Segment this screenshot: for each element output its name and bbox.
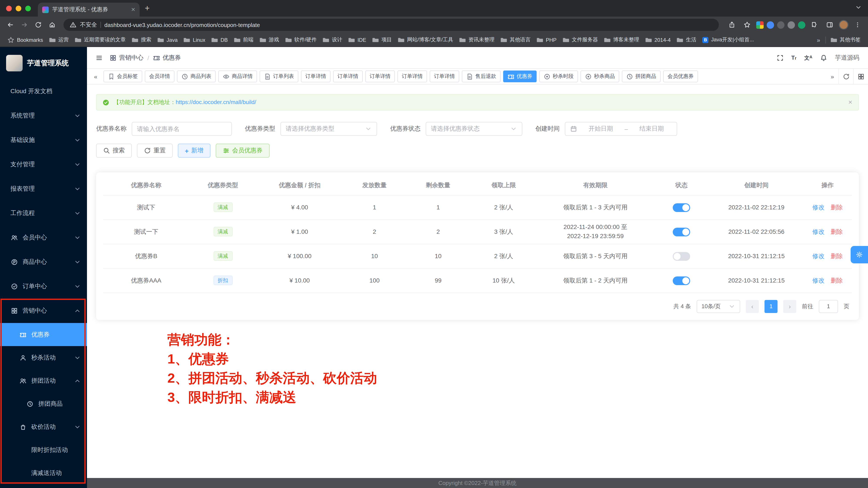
settings-gear-button[interactable] xyxy=(850,246,868,263)
notifications-button[interactable] xyxy=(820,54,827,61)
tagview-tab[interactable]: 订单详情 xyxy=(333,70,363,82)
edit-link[interactable]: 修改 xyxy=(812,252,825,259)
tagview-tab[interactable]: 会员标签 xyxy=(103,70,142,82)
tagview-tab[interactable]: 秒杀商品 xyxy=(581,70,619,82)
sidebar-item-combination[interactable]: 拼团活动 xyxy=(0,369,87,392)
status-toggle[interactable] xyxy=(673,203,690,212)
tagview-tab[interactable]: 优惠券 xyxy=(503,70,537,82)
breadcrumb-promotion[interactable]: 营销中心 xyxy=(110,54,144,62)
status-toggle[interactable] xyxy=(673,227,690,236)
share-icon[interactable] xyxy=(726,19,738,31)
window-minimize-button[interactable] xyxy=(16,5,21,11)
extension-icon[interactable] xyxy=(787,21,795,29)
tagview-tab[interactable]: 订单详情 xyxy=(430,70,459,82)
bookmark-item[interactable]: 游戏 xyxy=(256,35,282,45)
edit-link[interactable]: 修改 xyxy=(812,277,825,284)
bookmark-item[interactable]: 博客未整理 xyxy=(601,35,642,45)
bookmark-item[interactable]: IDE xyxy=(345,35,369,45)
sidebar-item-payment[interactable]: 支付管理 xyxy=(0,152,87,177)
current-page-button[interactable]: 1 xyxy=(765,300,778,313)
sidebar-item-seckill[interactable]: 秒杀活动 xyxy=(0,346,87,369)
bookmark-item[interactable]: 前端 xyxy=(231,35,256,45)
bookmark-item[interactable]: 近期需要读的文章 xyxy=(72,35,129,45)
window-zoom-button[interactable] xyxy=(25,5,31,11)
tagview-tab[interactable]: 商品列表 xyxy=(177,70,216,82)
bookmark-item[interactable]: 资讯未整理 xyxy=(456,35,497,45)
browser-tab[interactable]: 芋道管理系统 - 优惠券 × xyxy=(38,3,140,17)
sidebar-item-combination-product[interactable]: 拼团商品 xyxy=(0,392,87,415)
prev-page-button[interactable]: ‹ xyxy=(746,300,759,313)
reset-button[interactable]: 重置 xyxy=(137,144,173,157)
tags-scroll-left-button[interactable]: « xyxy=(90,73,102,80)
sidebar-item-system[interactable]: 系统管理 xyxy=(0,104,87,128)
tagview-tab[interactable]: 订单详情 xyxy=(365,70,395,82)
bookmark-item[interactable]: 其他语言 xyxy=(497,35,534,45)
tags-refresh-button[interactable] xyxy=(838,68,853,84)
sidebar-item-cloud-docs[interactable]: Cloud 开发文档 xyxy=(0,79,87,104)
profile-avatar[interactable] xyxy=(839,20,848,30)
tags-layout-button[interactable] xyxy=(853,68,868,84)
bookmark-item[interactable]: 2014-4 xyxy=(642,35,674,45)
tags-scroll-right-button[interactable]: » xyxy=(826,73,838,80)
delete-link[interactable]: 删除 xyxy=(831,252,843,259)
tagview-tab[interactable]: 订单详情 xyxy=(301,70,331,82)
bookmark-star-icon[interactable] xyxy=(741,19,753,31)
edit-link[interactable]: 修改 xyxy=(812,228,825,235)
extension-icon[interactable] xyxy=(756,21,764,29)
bookmark-item[interactable]: 文件服务器 xyxy=(560,35,601,45)
bookmark-item[interactable]: 搜索 xyxy=(129,35,154,45)
member-coupon-button[interactable]: 会员优惠券 xyxy=(216,144,270,157)
delete-link[interactable]: 删除 xyxy=(831,277,843,284)
page-size-select[interactable]: 10条/页 xyxy=(697,300,740,313)
created-date-range[interactable]: 开始日期 – 结束日期 xyxy=(565,122,677,136)
sidebar-item-workflow[interactable]: 工作流程 xyxy=(0,201,87,226)
sidebar-item-promotion-center[interactable]: 营销中心 xyxy=(0,298,87,323)
tagview-tab[interactable]: 售后退款 xyxy=(462,70,500,82)
goto-page-input[interactable] xyxy=(819,300,838,313)
home-button[interactable] xyxy=(46,19,58,31)
bookmark-item[interactable]: 项目 xyxy=(369,35,395,45)
notice-close-icon[interactable]: × xyxy=(848,99,852,106)
bookmark-item[interactable]: DB xyxy=(208,35,231,45)
username[interactable]: 芋道源码 xyxy=(835,54,859,62)
sidebar-collapse-button[interactable] xyxy=(96,54,103,61)
window-close-button[interactable] xyxy=(6,5,12,11)
bookmark-item[interactable]: Linux xyxy=(181,35,208,45)
delete-link[interactable]: 删除 xyxy=(831,228,843,235)
sidebar-item-discount-activity[interactable]: 限时折扣活动 xyxy=(0,438,87,461)
sidebar-item-coupon[interactable]: 优惠券 xyxy=(0,323,87,346)
forward-button[interactable] xyxy=(18,19,30,31)
sidebar-item-product-center[interactable]: 商品中心 xyxy=(0,250,87,274)
sidebar-item-bargain[interactable]: 砍价活动 xyxy=(0,415,87,438)
address-bar[interactable]: 不安全 dashboard-vue3.yudao.iocoder.cn/prom… xyxy=(63,19,719,31)
coupon-status-select[interactable]: 请选择优惠券状态 xyxy=(426,122,522,136)
tab-close-icon[interactable]: × xyxy=(131,6,135,13)
bookmark-item[interactable]: Java xyxy=(154,35,181,45)
status-toggle[interactable] xyxy=(673,252,690,261)
tab-search-button[interactable] xyxy=(855,4,862,11)
sidebar-item-infra[interactable]: 基础设施 xyxy=(0,128,87,152)
sidebar-item-order-center[interactable]: 订单中心 xyxy=(0,274,87,298)
new-tab-button[interactable]: + xyxy=(145,3,150,13)
tagview-tab[interactable]: 订单详情 xyxy=(398,70,427,82)
extensions-menu-icon[interactable] xyxy=(808,19,820,31)
status-toggle[interactable] xyxy=(673,276,690,285)
bookmark-item[interactable]: 运营 xyxy=(46,35,72,45)
extension-icon[interactable] xyxy=(777,21,784,29)
tagview-tab[interactable]: 会员详情 xyxy=(145,70,175,82)
language-button[interactable]: 文A xyxy=(804,55,812,60)
bookmark-item[interactable]: Bookmarks xyxy=(4,35,46,45)
tagview-tab[interactable]: 订单列表 xyxy=(259,70,298,82)
delete-link[interactable]: 删除 xyxy=(831,203,843,210)
sidebar-item-report[interactable]: 报表管理 xyxy=(0,177,87,201)
side-panel-icon[interactable] xyxy=(824,19,836,31)
fullscreen-button[interactable] xyxy=(776,54,783,61)
doc-link[interactable]: https://doc.iocoder.cn/mall/build/ xyxy=(176,99,256,105)
other-bookmarks-folder[interactable]: 其他书签 xyxy=(828,35,864,45)
search-button[interactable]: 搜索 xyxy=(96,144,132,157)
tagview-tab[interactable]: 秒杀时段 xyxy=(539,70,578,82)
sidebar-item-reward-activity[interactable]: 满减送活动 xyxy=(0,461,87,485)
sidebar-item-member-center[interactable]: 会员中心 xyxy=(0,226,87,250)
back-button[interactable] xyxy=(4,19,17,31)
next-page-button[interactable]: › xyxy=(783,300,796,313)
